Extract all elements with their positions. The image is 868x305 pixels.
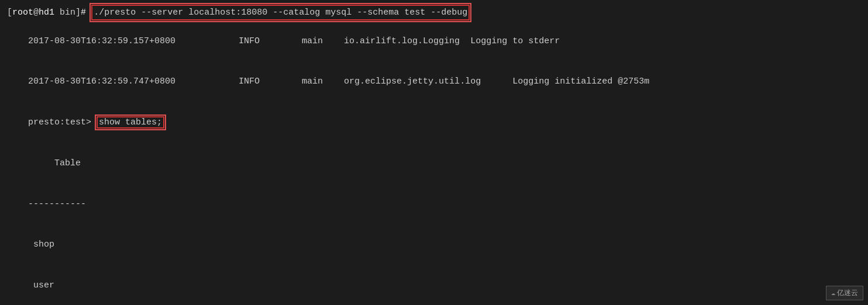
watermark-icon: ☁	[831, 289, 835, 297]
presto-prompt-line: presto:test> show tables;	[7, 102, 861, 143]
terminal-window: [root@hd1 bin]# ./presto --server localh…	[0, 0, 868, 305]
table-row-shop: shop	[7, 224, 861, 265]
show-tables-command[interactable]: show tables;	[97, 116, 164, 129]
command-line-1: [root@hd1 bin]# ./presto --server localh…	[7, 5, 861, 20]
command-text[interactable]: ./presto --server localhost:18080 --cata…	[91, 5, 470, 20]
watermark-text: 亿迷云	[837, 289, 858, 297]
prompt-bracket: [	[7, 6, 12, 19]
log-timestamp-2: 2017-08-30T16:32:59.747+0800 INFO main o…	[28, 77, 649, 86]
table-row-user: user	[7, 265, 861, 305]
log-line-2: 2017-08-30T16:32:59.747+0800 INFO main o…	[7, 61, 861, 102]
log-timestamp-1: 2017-08-30T16:32:59.157+0800 INFO main i…	[28, 36, 560, 46]
prompt-directory: bin	[60, 6, 75, 19]
presto-prompt-text: presto:test>	[28, 117, 97, 127]
watermark-badge: ☁亿迷云	[826, 286, 863, 300]
table-separator: -----------	[7, 183, 861, 224]
log-line-1: 2017-08-30T16:32:59.157+0800 INFO main i…	[7, 20, 861, 61]
prompt-hostname: hd1	[39, 6, 54, 19]
prompt-user: root	[12, 6, 33, 19]
table-header: Table	[7, 143, 861, 184]
